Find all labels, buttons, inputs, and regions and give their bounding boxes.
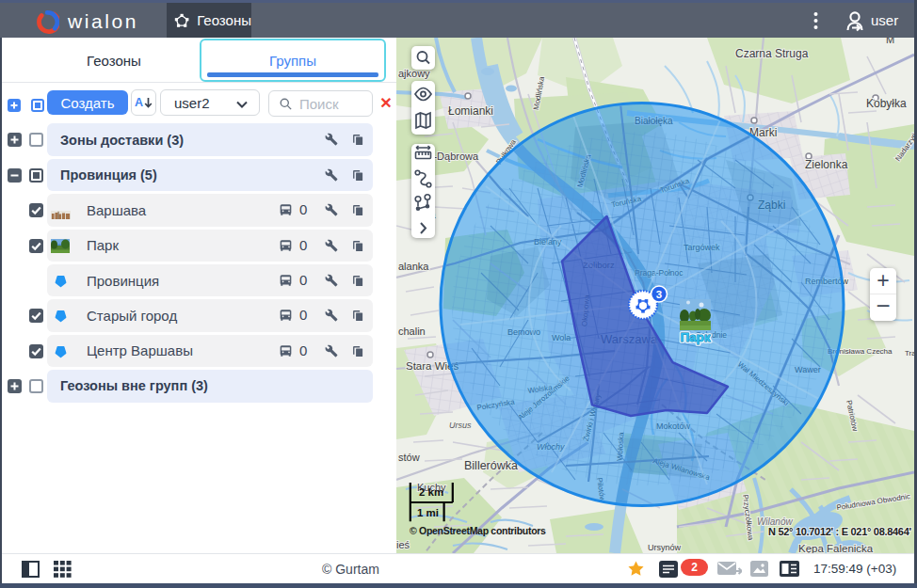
svg-text:Tra: Tra bbox=[905, 349, 914, 358]
svg-text:Kępa Falenicka: Kępa Falenicka bbox=[798, 543, 874, 553]
svg-text:N 52° 10.7012' : E 021° 08.846: N 52° 10.7012' : E 021° 08.8464' bbox=[768, 526, 912, 537]
svg-text:3: 3 bbox=[656, 289, 662, 300]
svg-text:Billerówka: Billerówka bbox=[464, 459, 518, 472]
svg-text:1 mi: 1 mi bbox=[417, 507, 439, 518]
svg-text:Ursus: Ursus bbox=[449, 421, 472, 430]
svg-text:chalin: chalin bbox=[398, 326, 426, 337]
svg-text:Łomianki: Łomianki bbox=[448, 104, 493, 118]
svg-text:Kobyłka: Kobyłka bbox=[866, 97, 907, 110]
svg-text:Zielonka: Zielonka bbox=[805, 158, 848, 171]
svg-text:M: M bbox=[886, 38, 894, 45]
svg-text:alanka: alanka bbox=[398, 261, 429, 272]
svg-text:2 km: 2 km bbox=[419, 486, 443, 498]
svg-text:ieś: ieś bbox=[396, 539, 410, 550]
svg-text:Ursynów: Ursynów bbox=[648, 543, 682, 552]
svg-text:stów: stów bbox=[398, 452, 420, 463]
svg-text:Парк: Парк bbox=[680, 330, 710, 344]
svg-text:Czarna Struga: Czarna Struga bbox=[735, 47, 809, 60]
svg-text:© OpenStreetMap contributors: © OpenStreetMap contributors bbox=[410, 525, 546, 536]
